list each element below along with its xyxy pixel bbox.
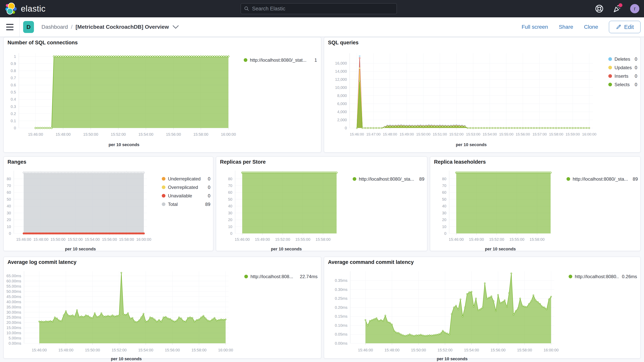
legend-item[interactable]: http://localhost:8080...0.26ms bbox=[568, 274, 637, 279]
x-axis-title: per 10 seconds bbox=[449, 246, 552, 252]
legend-value: 0.26ms bbox=[622, 274, 637, 279]
legend-dot bbox=[608, 83, 612, 86]
legend-label: Inserts bbox=[614, 74, 632, 79]
sql-connections-plot bbox=[19, 53, 229, 130]
full-screen-button[interactable]: Full screen bbox=[522, 24, 548, 30]
main-menu-button[interactable] bbox=[0, 17, 20, 36]
legend-item[interactable]: Total89 bbox=[162, 202, 210, 207]
legend-label: http://localhost:8080/_stat... bbox=[250, 58, 312, 63]
x-tick-label: 15:57:00 bbox=[531, 132, 548, 136]
global-search[interactable] bbox=[241, 3, 397, 14]
y-tick-label: 0.8 bbox=[4, 68, 16, 73]
y-tick-label: 50 bbox=[430, 197, 446, 202]
y-tick-label: 70 bbox=[216, 184, 232, 188]
legend: Underreplicated0Overreplicated0Unavailab… bbox=[162, 176, 210, 207]
legend-dot bbox=[162, 186, 166, 189]
space-avatar[interactable]: D bbox=[23, 21, 34, 33]
breadcrumb-dashboard-link[interactable]: Dashboard bbox=[42, 24, 68, 30]
legend-dot bbox=[608, 74, 612, 78]
x-tick-label: 15:58:00 bbox=[186, 348, 212, 352]
panel-title[interactable]: SQL queries bbox=[328, 40, 359, 46]
elastic-logo[interactable]: elastic bbox=[6, 3, 46, 15]
search-input[interactable] bbox=[252, 6, 394, 12]
x-tick-label: 15:58:00 bbox=[524, 237, 550, 242]
panel-title[interactable]: Average command commit latency bbox=[328, 259, 414, 265]
avatar-letter: r bbox=[634, 6, 636, 12]
clone-button[interactable]: Clone bbox=[584, 24, 598, 30]
y-tick-label: 20 bbox=[4, 218, 11, 222]
panel-replicas-per-store: Replicas per Store 8070605040302010015:4… bbox=[216, 156, 427, 251]
panel-sql-queries: SQL queries 16,00014,00012,00010,0008,00… bbox=[324, 37, 640, 152]
panel-title[interactable]: Average log commit latency bbox=[8, 259, 76, 265]
share-button[interactable]: Share bbox=[559, 24, 573, 30]
legend-dot bbox=[162, 202, 166, 206]
legend-value: 0 bbox=[208, 176, 210, 182]
y-tick-label: 25.00ms bbox=[4, 315, 21, 320]
top-navbar: elastic bbox=[0, 0, 644, 17]
x-tick-label: 15:48:00 bbox=[52, 348, 80, 352]
navbar-right-cluster: r bbox=[595, 0, 639, 17]
y-tick-label: 65.00ms bbox=[4, 274, 21, 278]
y-tick-label: 30 bbox=[4, 211, 11, 215]
x-tick-label: 15:48:00 bbox=[50, 132, 76, 137]
y-tick-label: 0 bbox=[324, 126, 347, 130]
panel-title[interactable]: Number of SQL connections bbox=[8, 40, 78, 46]
legend-label: Selects bbox=[614, 82, 632, 87]
y-tick-label: 80 bbox=[4, 177, 11, 181]
y-tick-label: 30 bbox=[430, 211, 446, 215]
x-tick-label: 15:54:00 bbox=[458, 348, 485, 352]
y-tick-label: 8,000 bbox=[324, 94, 347, 98]
y-tick-label: 60.00ms bbox=[4, 279, 21, 283]
y-tick-label: 0.00ms bbox=[324, 341, 348, 346]
pencil-icon bbox=[616, 24, 622, 30]
legend-item[interactable]: http://localhost:808...22.74ms bbox=[244, 274, 318, 279]
legend-item[interactable]: Selects0 bbox=[608, 82, 637, 87]
chevron-down-icon bbox=[172, 24, 179, 30]
newsfeed-button[interactable] bbox=[612, 4, 622, 13]
panel-title[interactable]: Replicas per Store bbox=[220, 159, 266, 165]
x-tick-label: 15:52:00 bbox=[448, 132, 465, 136]
legend-dot bbox=[608, 57, 612, 61]
legend-item[interactable]: Updates0 bbox=[608, 65, 637, 70]
panel-replica-leaseholders: Replica leaseholders 8070605040302010015… bbox=[430, 156, 640, 251]
legend-label: http://localhost:808... bbox=[250, 274, 297, 279]
x-tick-label: 15:56:00 bbox=[514, 132, 532, 136]
legend-item[interactable]: Overreplicated0 bbox=[162, 185, 210, 190]
x-tick-label: 15:52:00 bbox=[106, 348, 133, 352]
legend-value: 0 bbox=[635, 56, 637, 62]
hamburger-icon bbox=[6, 24, 14, 25]
x-axis-title: per 10 seconds bbox=[350, 356, 554, 362]
y-tick-label: 0.30ms bbox=[324, 288, 348, 292]
title-menu-button[interactable] bbox=[172, 24, 179, 30]
y-tick-label: 1 bbox=[4, 54, 16, 59]
y-tick-label: 20 bbox=[216, 218, 232, 222]
legend-item[interactable]: Deletes0 bbox=[608, 56, 637, 62]
edit-button[interactable]: Edit bbox=[609, 21, 640, 33]
x-axis-title: per 10 seconds bbox=[235, 246, 338, 252]
y-tick-label: 60 bbox=[430, 190, 446, 195]
x-tick-label: 15:56:00 bbox=[159, 348, 186, 352]
legend-item[interactable]: http://localhost:8080/_sta...89 bbox=[353, 176, 424, 182]
legend-item[interactable]: Underreplicated0 bbox=[162, 176, 210, 182]
notification-dot bbox=[618, 3, 622, 7]
y-tick-label: 70 bbox=[430, 184, 446, 188]
legend-item[interactable]: http://localhost:8080/_sta...89 bbox=[566, 176, 638, 182]
legend-item[interactable]: Unavailable0 bbox=[162, 193, 210, 198]
dashboard-toolbar: D Dashboard / [Metricbeat CockroachDB] O… bbox=[0, 17, 644, 37]
x-tick-label: 15:58:00 bbox=[310, 237, 336, 242]
panel-sql-connections: Number of SQL connections 10.90.80.70.60… bbox=[4, 37, 321, 152]
legend: http://localhost:8080/_sta...89 bbox=[566, 176, 638, 182]
y-tick-label: 45.00ms bbox=[4, 294, 21, 299]
legend-item[interactable]: Inserts0 bbox=[608, 74, 637, 79]
y-tick-label: 10,000 bbox=[324, 86, 347, 90]
y-tick-label: 0.6 bbox=[4, 83, 16, 87]
panel-title[interactable]: Replica leaseholders bbox=[434, 159, 486, 165]
legend-value: 0 bbox=[208, 185, 210, 190]
legend-dot bbox=[162, 194, 166, 198]
replica-leaseholders-plot bbox=[449, 170, 552, 235]
legend-item[interactable]: http://localhost:8080/_stat...1 bbox=[244, 58, 317, 63]
user-avatar[interactable]: r bbox=[630, 4, 639, 13]
panel-title[interactable]: Ranges bbox=[8, 159, 26, 165]
help-button[interactable] bbox=[595, 4, 604, 13]
legend-label: Overreplicated bbox=[168, 185, 205, 190]
